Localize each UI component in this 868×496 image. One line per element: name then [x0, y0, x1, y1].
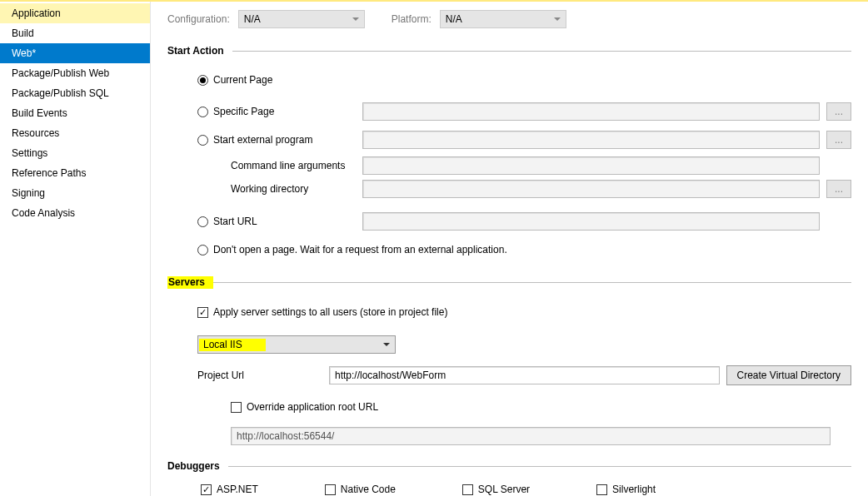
root-url-input[interactable] [231, 427, 831, 445]
check-aspnet[interactable] [201, 484, 212, 495]
platform-label: Platform: [392, 13, 432, 25]
server-type-value: Local IIS [199, 339, 266, 351]
check-silverlight[interactable] [596, 484, 607, 495]
section-start-action: Start Action [167, 45, 232, 57]
check-native-label: Native Code [341, 484, 396, 495]
sidebar-item-reference-paths[interactable]: Reference Paths [0, 163, 150, 183]
main-panel: Configuration: N/A Platform: N/A Start A… [151, 2, 868, 496]
check-silverlight-label: Silverlight [612, 484, 656, 495]
sidebar-item-code-analysis[interactable]: Code Analysis [0, 203, 150, 223]
browse-external-program[interactable]: ... [826, 131, 851, 149]
chevron-down-icon [352, 17, 359, 24]
sidebar-item-signing[interactable]: Signing [0, 183, 150, 203]
cmd-args-input[interactable] [362, 156, 820, 175]
browse-working-dir[interactable]: ... [826, 180, 851, 198]
sidebar-item-package-publish-web[interactable]: Package/Publish Web [0, 63, 150, 83]
section-debuggers: Debuggers [167, 460, 228, 472]
project-url-label: Project Url [197, 370, 322, 381]
sidebar-item-web[interactable]: Web* [0, 43, 150, 63]
sidebar-item-build-events[interactable]: Build Events [0, 103, 150, 123]
platform-select[interactable]: N/A [440, 10, 566, 28]
radio-dont-open[interactable] [197, 245, 208, 255]
working-dir-input[interactable] [362, 180, 820, 198]
check-sql[interactable] [462, 484, 473, 495]
create-virtual-directory-button[interactable]: Create Virtual Directory [726, 365, 852, 385]
check-sql-label: SQL Server [478, 484, 530, 495]
project-url-input[interactable] [329, 366, 720, 384]
check-apply-all-label: Apply server settings to all users (stor… [213, 306, 447, 318]
start-url-input[interactable] [362, 212, 820, 231]
sidebar-item-application[interactable]: Application [0, 3, 150, 23]
sidebar-item-resources[interactable]: Resources [0, 123, 150, 143]
radio-start-url-label: Start URL [213, 216, 257, 227]
radio-specific-page[interactable] [197, 107, 208, 117]
check-native[interactable] [325, 484, 336, 495]
sidebar-item-build[interactable]: Build [0, 23, 150, 43]
configuration-label: Configuration: [167, 13, 230, 25]
external-program-input[interactable] [362, 131, 820, 149]
working-dir-label: Working directory [231, 183, 356, 195]
server-type-select[interactable]: Local IIS [197, 335, 396, 354]
chevron-down-icon [383, 343, 390, 350]
check-override-root[interactable] [231, 402, 242, 413]
radio-current-page-label: Current Page [213, 74, 272, 86]
sidebar-item-settings[interactable]: Settings [0, 143, 150, 163]
chevron-down-icon [554, 17, 561, 24]
configuration-select[interactable]: N/A [238, 10, 365, 28]
browse-specific-page[interactable]: ... [826, 102, 851, 121]
check-override-root-label: Override application root URL [247, 401, 378, 413]
sidebar: Application Build Web* Package/Publish W… [0, 2, 151, 496]
radio-current-page[interactable] [197, 75, 208, 86]
radio-external-program[interactable] [197, 135, 208, 146]
section-servers: Servers [167, 276, 213, 289]
sidebar-item-package-publish-sql[interactable]: Package/Publish SQL [0, 83, 150, 103]
check-aspnet-label: ASP.NET [217, 484, 258, 495]
check-apply-all[interactable] [197, 307, 208, 318]
radio-start-url[interactable] [197, 216, 208, 227]
specific-page-input[interactable] [362, 102, 820, 121]
radio-external-program-label: Start external program [213, 134, 312, 146]
radio-dont-open-label: Don't open a page. Wait for a request fr… [213, 244, 507, 255]
radio-specific-page-label: Specific Page [213, 106, 274, 117]
cmd-args-label: Command line arguments [231, 160, 356, 171]
